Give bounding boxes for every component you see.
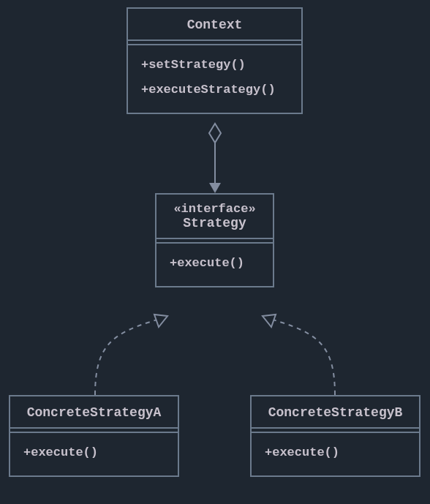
diamond-icon — [209, 124, 221, 143]
class-header: «interface» Strategy — [156, 195, 273, 239]
triangle-icon — [154, 315, 167, 327]
connector-line — [273, 320, 335, 395]
arrowhead-icon — [209, 183, 221, 193]
class-methods: +execute() — [10, 433, 178, 475]
method: +executeStrategy() — [141, 78, 288, 102]
stereotype: «interface» — [167, 198, 263, 216]
method: +execute() — [265, 440, 406, 465]
class-name: Context — [128, 9, 301, 41]
uml-class-context: Context +setStrategy() +executeStrategy(… — [127, 7, 303, 114]
class-name: Strategy — [183, 216, 246, 230]
method: +execute() — [170, 251, 260, 276]
class-name: ConcreteStrategyA — [10, 396, 178, 429]
class-methods: +setStrategy() +executeStrategy() — [128, 45, 301, 113]
class-name: ConcreteStrategyB — [252, 396, 419, 429]
uml-class-concrete-b: ConcreteStrategyB +execute() — [250, 395, 420, 477]
connector-line — [95, 320, 157, 395]
method: +execute() — [23, 440, 165, 465]
class-methods: +execute() — [252, 433, 419, 475]
uml-class-concrete-a: ConcreteStrategyA +execute() — [9, 395, 179, 477]
uml-class-strategy: «interface» Strategy +execute() — [155, 193, 274, 287]
class-methods: +execute() — [156, 244, 273, 286]
method: +setStrategy() — [141, 53, 288, 78]
triangle-icon — [263, 315, 276, 327]
